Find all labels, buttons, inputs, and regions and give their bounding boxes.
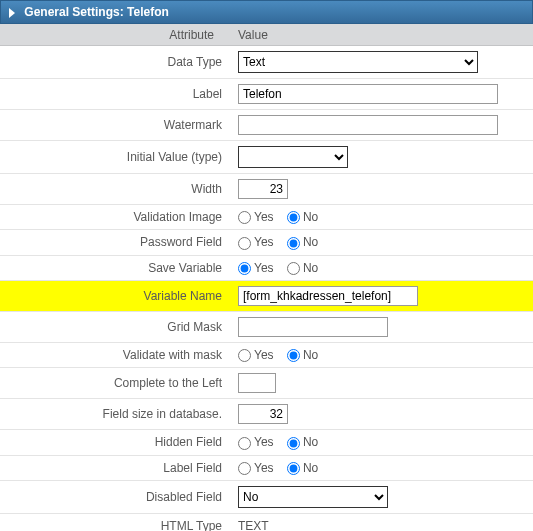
column-header-attribute: Attribute	[0, 28, 230, 42]
label-password-field: Password Field	[0, 230, 230, 255]
hidden-field-yes-label[interactable]: Yes	[238, 435, 274, 449]
label-hidden-field: Hidden Field	[0, 430, 230, 455]
watermark-input[interactable]	[238, 115, 498, 135]
password-field-no-label[interactable]: No	[287, 235, 318, 249]
validation-image-yes-radio[interactable]	[238, 211, 251, 224]
validation-image-no-label[interactable]: No	[287, 210, 318, 224]
row-watermark: Watermark	[0, 110, 533, 141]
label-html-type: HTML Type	[0, 513, 230, 531]
validate-mask-yes-label[interactable]: Yes	[238, 348, 274, 362]
save-variable-no-label[interactable]: No	[287, 261, 318, 275]
label-validation-image: Validation Image	[0, 205, 230, 230]
label-data-type: Data Type	[0, 46, 230, 79]
label-complete-left: Complete to the Left	[0, 368, 230, 399]
panel-header: General Settings: Telefon	[0, 0, 533, 24]
disclosure-triangle-icon[interactable]	[9, 8, 15, 18]
label-disabled-field: Disabled Field	[0, 480, 230, 513]
label-width: Width	[0, 174, 230, 205]
column-headers: Attribute Value	[0, 24, 533, 46]
panel-title: General Settings: Telefon	[24, 5, 168, 19]
disabled-field-select[interactable]: No	[238, 486, 388, 508]
validate-mask-yes-radio[interactable]	[238, 349, 251, 362]
label-variable-name: Variable Name	[0, 280, 230, 311]
row-initial-value: Initial Value (type)	[0, 141, 533, 174]
column-header-value: Value	[230, 28, 533, 42]
hidden-field-no-radio[interactable]	[287, 437, 300, 450]
password-field-yes-label[interactable]: Yes	[238, 235, 274, 249]
label-label: Label	[0, 79, 230, 110]
label-field-no-radio[interactable]	[287, 462, 300, 475]
grid-mask-input[interactable]	[238, 317, 388, 337]
width-input[interactable]	[238, 179, 288, 199]
row-validate-with-mask: Validate with mask Yes No	[0, 342, 533, 367]
save-variable-yes-label[interactable]: Yes	[238, 261, 274, 275]
label-save-variable: Save Variable	[0, 255, 230, 280]
row-width: Width	[0, 174, 533, 205]
validate-mask-no-label[interactable]: No	[287, 348, 318, 362]
label-field-no-label[interactable]: No	[287, 461, 318, 475]
row-label-field: Label Field Yes No	[0, 455, 533, 480]
row-data-type: Data Type Text	[0, 46, 533, 79]
label-field-yes-label[interactable]: Yes	[238, 461, 274, 475]
data-type-select[interactable]: Text	[238, 51, 478, 73]
row-grid-mask: Grid Mask	[0, 311, 533, 342]
row-password-field: Password Field Yes No	[0, 230, 533, 255]
row-save-variable: Save Variable Yes No	[0, 255, 533, 280]
validation-image-yes-label[interactable]: Yes	[238, 210, 274, 224]
save-variable-yes-radio[interactable]	[238, 262, 251, 275]
password-field-no-radio[interactable]	[287, 237, 300, 250]
row-html-type: HTML Type TEXT	[0, 513, 533, 531]
row-label: Label	[0, 79, 533, 110]
label-field-yes-radio[interactable]	[238, 462, 251, 475]
row-field-size: Field size in database.	[0, 399, 533, 430]
initial-value-select[interactable]	[238, 146, 348, 168]
field-size-input[interactable]	[238, 404, 288, 424]
password-field-yes-radio[interactable]	[238, 237, 251, 250]
complete-left-input[interactable]	[238, 373, 276, 393]
row-complete-left: Complete to the Left	[0, 368, 533, 399]
label-input[interactable]	[238, 84, 498, 104]
row-validation-image: Validation Image Yes No	[0, 205, 533, 230]
validate-mask-no-radio[interactable]	[287, 349, 300, 362]
save-variable-no-radio[interactable]	[287, 262, 300, 275]
row-variable-name: Variable Name	[0, 280, 533, 311]
validation-image-no-radio[interactable]	[287, 211, 300, 224]
label-validate-with-mask: Validate with mask	[0, 342, 230, 367]
html-type-value: TEXT	[230, 513, 533, 531]
label-field-size: Field size in database.	[0, 399, 230, 430]
variable-name-input[interactable]	[238, 286, 418, 306]
settings-table: Data Type Text Label Watermark Initial V…	[0, 46, 533, 531]
label-grid-mask: Grid Mask	[0, 311, 230, 342]
row-hidden-field: Hidden Field Yes No	[0, 430, 533, 455]
label-watermark: Watermark	[0, 110, 230, 141]
label-initial-value: Initial Value (type)	[0, 141, 230, 174]
hidden-field-no-label[interactable]: No	[287, 435, 318, 449]
row-disabled-field: Disabled Field No	[0, 480, 533, 513]
label-label-field: Label Field	[0, 455, 230, 480]
hidden-field-yes-radio[interactable]	[238, 437, 251, 450]
